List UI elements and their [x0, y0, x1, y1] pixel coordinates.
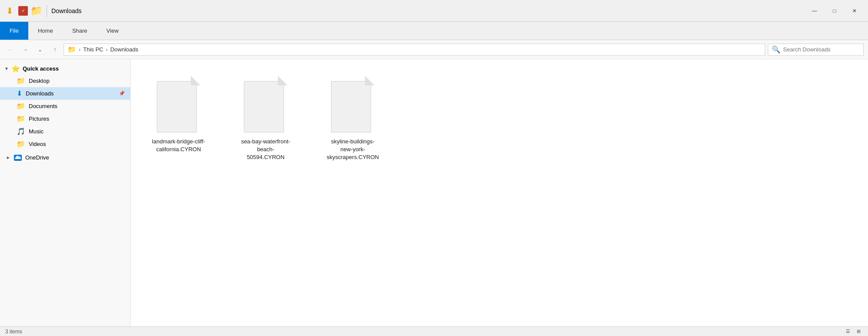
- quick-access-section: ▼ ⭐ Quick access 📁 Desktop 📌 ⬇ Downloads…: [0, 63, 130, 150]
- tab-file[interactable]: File: [0, 22, 28, 40]
- sidebar-item-downloads[interactable]: ⬇ Downloads 📌: [0, 87, 130, 100]
- path-folder-icon: 📁: [68, 45, 76, 54]
- tab-view[interactable]: View: [97, 22, 128, 40]
- content-area: landmark-bridge-cliff-california.CYRON s…: [131, 59, 868, 326]
- onedrive-label: OneDrive: [25, 154, 49, 161]
- file-item[interactable]: skyline-buildings-new-york-skyscrapers.C…: [322, 72, 383, 165]
- search-input[interactable]: [783, 46, 860, 53]
- onedrive-icon: [14, 155, 22, 161]
- window-title: Downloads: [51, 7, 81, 14]
- details-view-button[interactable]: ☰: [844, 327, 852, 336]
- sidebar-item-videos[interactable]: 📁 Videos: [0, 138, 130, 150]
- pictures-folder-icon: 📁: [17, 115, 25, 123]
- sidebar: ▼ ⭐ Quick access 📁 Desktop 📌 ⬇ Downloads…: [0, 59, 131, 326]
- title-bar: ⬇ ✓ 📁 Downloads — □ ✕: [0, 0, 868, 22]
- file-body: [331, 81, 371, 132]
- file-label: sea-bay-waterfront-beach-50594.CYRON: [239, 138, 293, 162]
- recent-locations-button[interactable]: ⌄: [34, 44, 46, 56]
- path-this-pc[interactable]: This PC: [83, 46, 103, 53]
- file-body: [244, 81, 284, 132]
- forward-button[interactable]: →: [19, 44, 31, 56]
- quick-access-header[interactable]: ▼ ⭐ Quick access: [0, 63, 130, 75]
- quick-access-icon[interactable]: ⬇: [3, 5, 16, 17]
- sidebar-item-pictures[interactable]: 📁 Pictures 📌: [0, 112, 130, 125]
- sidebar-item-desktop[interactable]: 📁 Desktop 📌: [0, 75, 130, 87]
- ribbon-tabs: File Home Share View: [0, 22, 868, 40]
- close-button[interactable]: ✕: [844, 0, 865, 22]
- pin-button[interactable]: ✓: [18, 6, 28, 16]
- main-layout: ▼ ⭐ Quick access 📁 Desktop 📌 ⬇ Downloads…: [0, 59, 868, 326]
- folder-icon: 📁: [30, 5, 42, 17]
- tab-share[interactable]: Share: [63, 22, 97, 40]
- window-controls: — □ ✕: [804, 0, 865, 22]
- file-item[interactable]: sea-bay-waterfront-beach-50594.CYRON: [235, 72, 296, 165]
- file-label: skyline-buildings-new-york-skyscrapers.C…: [326, 138, 380, 162]
- file-item[interactable]: landmark-bridge-cliff-california.CYRON: [148, 72, 209, 157]
- file-fold: [278, 76, 287, 85]
- address-path[interactable]: 📁 › This PC › Downloads: [64, 44, 765, 56]
- sidebar-item-onedrive[interactable]: ► OneDrive: [0, 152, 130, 163]
- item-count: 3 items: [5, 329, 22, 335]
- downloads-label: Downloads: [26, 90, 115, 97]
- desktop-folder-icon: 📁: [17, 77, 25, 85]
- file-fold: [191, 76, 200, 85]
- address-bar: ← → ⌄ ↑ 📁 › This PC › Downloads 🔍: [0, 40, 868, 59]
- downloads-icon: ⬇: [17, 89, 22, 98]
- file-icon-wrapper: [157, 76, 200, 132]
- maximize-button[interactable]: □: [824, 0, 844, 22]
- quick-access-star-icon: ⭐: [11, 64, 20, 73]
- documents-folder-icon: 📁: [17, 102, 25, 110]
- view-controls: ☰ ⊞: [844, 327, 863, 336]
- sidebar-item-documents[interactable]: 📁 Documents 📌: [0, 100, 130, 112]
- file-icon-wrapper: [244, 76, 287, 132]
- videos-label: Videos: [29, 141, 125, 147]
- path-downloads[interactable]: Downloads: [110, 46, 138, 53]
- documents-label: Documents: [29, 103, 115, 109]
- sidebar-item-music[interactable]: 🎵 Music: [0, 125, 130, 138]
- music-label: Music: [29, 128, 125, 135]
- file-label: landmark-bridge-cliff-california.CYRON: [152, 138, 206, 153]
- onedrive-chevron-right: ►: [6, 155, 10, 160]
- tab-home[interactable]: Home: [28, 22, 63, 40]
- search-icon: 🔍: [772, 45, 780, 54]
- icon-view-button[interactable]: ⊞: [854, 327, 863, 336]
- pictures-label: Pictures: [29, 115, 115, 122]
- quick-access-label: Quick access: [23, 65, 59, 72]
- status-bar: 3 items ☰ ⊞: [0, 326, 868, 336]
- up-button[interactable]: ↑: [49, 44, 61, 56]
- music-icon: 🎵: [17, 127, 25, 136]
- file-body: [157, 81, 197, 132]
- back-button[interactable]: ←: [4, 44, 17, 56]
- downloads-pin-icon: 📌: [119, 91, 125, 96]
- search-box[interactable]: 🔍: [768, 44, 864, 56]
- quick-access-chevron: ▼: [4, 66, 9, 71]
- minimize-button[interactable]: —: [804, 0, 824, 22]
- file-fold: [365, 76, 375, 85]
- videos-folder-icon: 📁: [17, 140, 25, 148]
- file-icon-wrapper: [331, 76, 375, 132]
- desktop-label: Desktop: [29, 78, 115, 84]
- divider: [47, 5, 47, 17]
